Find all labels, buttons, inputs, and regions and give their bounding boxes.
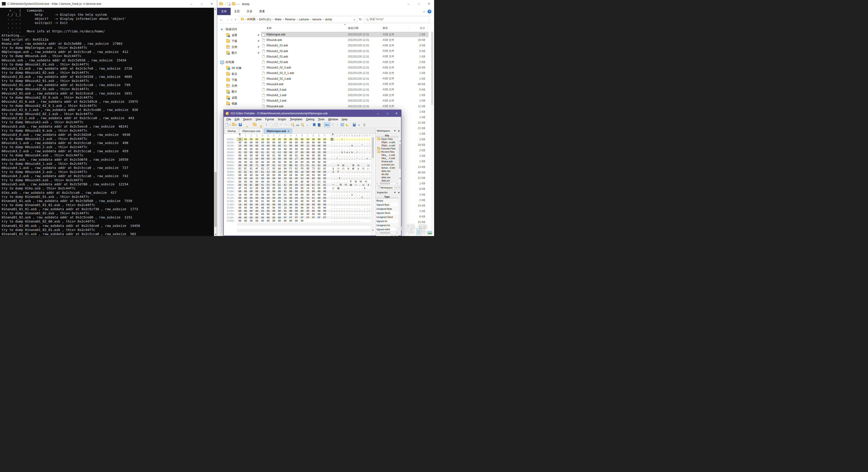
ascii-char[interactable]: .: [336, 190, 338, 193]
hex-byte[interactable]: 18: [237, 194, 243, 196]
hex-byte[interactable]: 00: [282, 148, 288, 150]
hex-byte[interactable]: 00: [237, 164, 243, 167]
ascii-char[interactable]: .: [331, 207, 333, 209]
ascii-char[interactable]: .: [366, 203, 368, 206]
file-row[interactable]: 00suzuk.asb2022/01/29 12:31ASB 文件16 KB: [261, 37, 429, 43]
hex-byte[interactable]: 00: [288, 177, 293, 180]
ascii-char[interactable]: .: [333, 210, 336, 212]
ascii-char[interactable]: .: [338, 157, 341, 160]
hex-byte[interactable]: 01: [282, 210, 288, 212]
ascii-char[interactable]: .: [366, 174, 368, 176]
hex-byte[interactable]: 00: [243, 197, 248, 199]
ascii-char[interactable]: .: [338, 138, 341, 141]
save-as-icon[interactable]: [243, 123, 247, 127]
tree-item-Open Files[interactable]: Open Files: [375, 138, 399, 141]
hex-byte[interactable]: 00: [243, 141, 248, 144]
hex-byte[interactable]: 00: [271, 145, 277, 147]
ascii-char[interactable]: .: [346, 194, 348, 196]
ascii-char[interactable]: .: [341, 148, 343, 150]
hex-byte[interactable]: 00: [305, 177, 311, 180]
ascii-char[interactable]: .: [336, 184, 338, 186]
scroll-left-icon[interactable]: [376, 183, 378, 185]
hex-byte[interactable]: 00: [243, 213, 248, 215]
hex-byte[interactable]: 00: [293, 190, 299, 193]
ascii-char[interactable]: .: [348, 200, 351, 202]
ascii-char[interactable]: .: [361, 213, 363, 215]
ascii-char[interactable]: .: [346, 219, 348, 222]
ascii-char[interactable]: .: [336, 207, 338, 209]
ascii-char[interactable]: .: [356, 154, 359, 157]
hex-byte[interactable]: 00: [248, 203, 254, 206]
hex-byte[interactable]: 00: [299, 194, 305, 196]
hex-byte[interactable]: A8: [305, 184, 311, 186]
ascii-char[interactable]: .: [368, 197, 371, 199]
tree-item-00plo...e.asb[interactable]: 00plo...e.asb: [375, 141, 399, 144]
hex-byte[interactable]: 00: [288, 154, 293, 157]
hex-byte[interactable]: 03: [259, 210, 265, 212]
ascii-char[interactable]: .: [341, 187, 343, 189]
hex-byte[interactable]: 00: [293, 141, 299, 144]
hex-byte[interactable]: 00: [243, 157, 248, 160]
ruler-icon[interactable]: [345, 123, 349, 127]
hex-byte[interactable]: FF: [305, 216, 311, 219]
hex-byte[interactable]: 22: [305, 145, 311, 147]
hex-byte[interactable]: 00: [277, 161, 282, 164]
tree-item-lamun...0.bin[interactable]: lamun...0.bin: [375, 166, 399, 169]
ascii-char[interactable]: .: [343, 216, 346, 219]
ascii-char[interactable]: .: [368, 154, 371, 157]
whitespace-icon[interactable]: [336, 123, 340, 127]
hex-byte[interactable]: 00: [288, 210, 293, 212]
breadcrumb-item[interactable]: Make: [274, 18, 282, 21]
hex-byte[interactable]: 00: [243, 148, 248, 150]
back-button[interactable]: [220, 17, 223, 21]
column-header-大小[interactable]: 大小: [408, 26, 428, 30]
hex-byte[interactable]: 00: [259, 177, 265, 180]
scroll-down-icon[interactable]: [214, 233, 217, 236]
hex-byte[interactable]: 00: [254, 138, 259, 141]
ascii-char[interactable]: .: [361, 194, 363, 196]
ascii-char[interactable]: .: [336, 216, 338, 219]
hex-byte[interactable]: 00: [305, 171, 311, 173]
hex-byte[interactable]: 00: [248, 138, 254, 141]
ascii-char[interactable]: ": [361, 145, 363, 147]
menu-tools[interactable]: Tools: [316, 118, 326, 121]
ascii-char[interactable]: け: [336, 167, 341, 170]
ascii-char[interactable]: .: [353, 138, 356, 141]
ascii-char[interactable]: .: [346, 154, 348, 157]
hex-byte[interactable]: 00: [277, 157, 282, 160]
hex-byte[interactable]: 0A: [254, 174, 259, 176]
hex-byte[interactable]: 01: [237, 151, 243, 154]
ascii-char[interactable]: .: [353, 154, 356, 157]
ascii-char[interactable]: .: [336, 177, 338, 180]
ascii-char[interactable]: .: [346, 200, 348, 202]
hex-byte[interactable]: 00: [277, 145, 282, 147]
ascii-char[interactable]: .: [348, 157, 351, 160]
ascii-char[interactable]: .: [353, 207, 356, 209]
ascii-char[interactable]: .: [363, 190, 366, 193]
undo-icon[interactable]: [279, 123, 283, 127]
hex-byte[interactable]: 00: [265, 194, 271, 196]
ascii-char[interactable]: .: [356, 207, 359, 209]
ascii-char[interactable]: .: [333, 203, 336, 206]
ascii-char[interactable]: 代: [363, 180, 368, 183]
hex-byte[interactable]: D2: [248, 187, 254, 189]
ascii-char[interactable]: へ: [331, 183, 336, 186]
hex-byte[interactable]: 01: [310, 197, 316, 199]
breadcrumb-item[interactable]: lamune: [311, 18, 322, 21]
ascii-char[interactable]: .: [351, 138, 353, 141]
hex-byte[interactable]: 00: [237, 148, 243, 150]
ascii-char[interactable]: =: [366, 157, 368, 160]
hex-byte[interactable]: 18: [282, 187, 288, 189]
tab-inspector[interactable]: Inspector: [376, 235, 392, 236]
hex-byte[interactable]: 05: [305, 190, 311, 193]
hex-byte[interactable]: 00: [271, 180, 277, 183]
ascii-char[interactable]: .: [348, 219, 351, 222]
hex-byte[interactable]: B7: [254, 171, 259, 173]
hex-byte[interactable]: 00: [316, 200, 322, 202]
panel-close-icon[interactable]: [398, 129, 400, 132]
ascii-char[interactable]: .: [356, 141, 359, 144]
hex-byte[interactable]: 00: [265, 174, 271, 176]
ascii-char[interactable]: .: [346, 213, 348, 215]
help-icon[interactable]: ?: [428, 9, 431, 13]
hex-byte[interactable]: 8E: [277, 180, 282, 183]
